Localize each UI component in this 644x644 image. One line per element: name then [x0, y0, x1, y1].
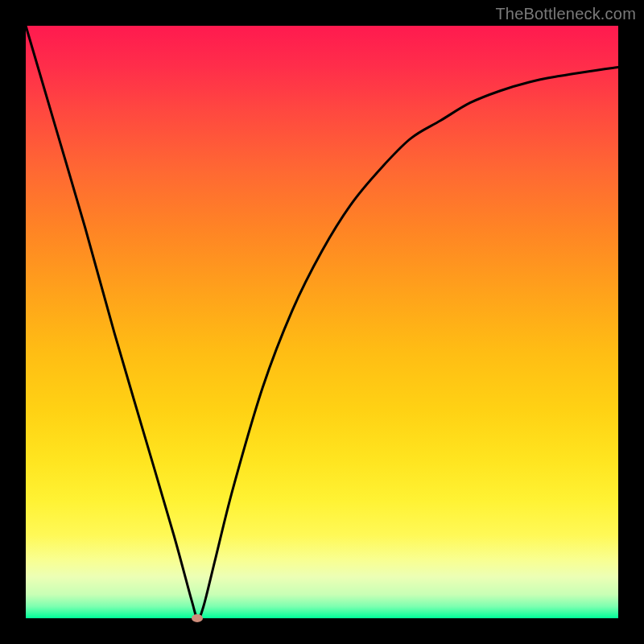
optimum-marker-dot [192, 614, 203, 622]
curve-svg [26, 26, 618, 618]
bottleneck-curve-path [26, 26, 618, 618]
watermark-text: TheBottleneck.com [495, 5, 636, 23]
plot-area [26, 26, 618, 618]
chart-frame: TheBottleneck.com [0, 0, 644, 644]
